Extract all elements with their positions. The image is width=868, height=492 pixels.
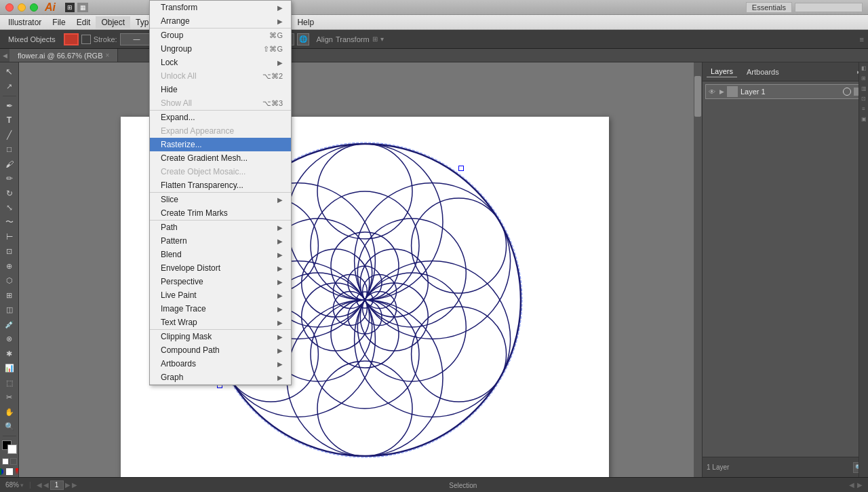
blend-tool[interactable]: ⊗ <box>2 333 17 346</box>
shape-builder-tool[interactable]: ⊕ <box>2 259 17 273</box>
layers-tab[interactable]: Layers <box>707 66 737 77</box>
strip-icon-5[interactable]: ≡ <box>862 106 865 112</box>
selection-handle-tc[interactable] <box>458 166 464 171</box>
stroke-color-swatch[interactable] <box>64 33 79 45</box>
type-tool[interactable]: T <box>2 113 17 127</box>
menu-rasterize[interactable]: Rasterize... <box>150 138 291 151</box>
menu-unlock-all[interactable]: Unlock All ⌥⌘2 <box>150 69 291 83</box>
pencil-tool[interactable]: ✏ <box>2 172 17 185</box>
hand-tool[interactable]: ✋ <box>2 405 17 419</box>
color-swatches[interactable] <box>2 440 17 454</box>
web-icon[interactable]: 🌐 <box>297 33 309 45</box>
line-tool[interactable]: ╱ <box>2 128 17 142</box>
layer-name[interactable]: Layer 1 <box>741 88 840 96</box>
menu-slice[interactable]: Slice ▶ <box>150 193 291 206</box>
layer-target-indicator[interactable] <box>843 88 851 96</box>
menu-transform[interactable]: Transform ▶ <box>150 1 291 14</box>
next-page2[interactable]: ▶ <box>72 481 77 489</box>
scale-tool[interactable]: ⤡ <box>2 201 17 214</box>
color-button[interactable] <box>0 468 4 476</box>
close-button[interactable] <box>5 3 14 12</box>
zoom-tool[interactable]: 🔍 <box>2 420 17 434</box>
essentials-dropdown[interactable]: Essentials <box>746 2 792 13</box>
menu-lock[interactable]: Lock ▶ <box>150 56 291 69</box>
next-arrow[interactable]: ▶ <box>857 481 863 489</box>
prev-page2[interactable]: ◀ <box>43 481 49 489</box>
menu-live-paint[interactable]: Live Paint ▶ <box>150 288 291 302</box>
fill-color-swatch[interactable] <box>81 35 91 44</box>
width-tool[interactable]: ⊢ <box>2 230 17 244</box>
zoom-control[interactable]: 68% ▾ <box>5 481 24 489</box>
strip-icon-2[interactable]: ⊞ <box>861 75 866 81</box>
perspective-tool[interactable]: ⬡ <box>2 274 17 288</box>
strip-icon-6[interactable]: ▣ <box>861 116 867 122</box>
menu-illustrator[interactable]: Illustrator <box>3 16 47 29</box>
tab-close-button[interactable]: × <box>106 52 110 59</box>
vertical-scrollbar[interactable] <box>694 62 702 492</box>
layer-expand-arrow[interactable]: ▶ <box>719 88 724 95</box>
menu-edit[interactable]: Edit <box>71 16 96 29</box>
artboard-tool[interactable]: ⬚ <box>2 376 17 390</box>
menu-arrange[interactable]: Arrange ▶ <box>150 14 291 28</box>
rect-tool[interactable]: □ <box>2 143 17 156</box>
document-tab[interactable]: flower.ai @ 66.67% (RGB × <box>9 49 118 62</box>
tab-arrow-left[interactable]: ◀ <box>0 49 9 62</box>
free-transform-tool[interactable]: ⊡ <box>2 245 17 259</box>
pen-tool[interactable]: ✒ <box>2 99 17 113</box>
eyedropper-tool[interactable]: 💉 <box>2 318 17 331</box>
rotate-tool[interactable]: ↻ <box>2 187 17 200</box>
stroke-indicator[interactable] <box>10 458 17 465</box>
layer-visibility-toggle[interactable]: 👁 <box>709 88 715 96</box>
menu-image-trace[interactable]: Image Trace ▶ <box>150 302 291 316</box>
menu-graph[interactable]: Graph ▶ <box>150 371 291 384</box>
paintbrush-tool[interactable]: 🖌 <box>2 157 17 171</box>
menu-compound-path[interactable]: Compound Path ▶ <box>150 343 291 357</box>
symbol-tool[interactable]: ✱ <box>2 347 17 360</box>
search-bar[interactable] <box>795 3 863 12</box>
warp-tool[interactable]: 〜 <box>2 216 17 229</box>
strip-icon-1[interactable]: ◧ <box>861 65 867 71</box>
menu-ungroup[interactable]: Ungroup ⇧⌘G <box>150 42 291 56</box>
menu-path[interactable]: Path ▶ <box>150 221 291 234</box>
menu-trim-marks[interactable]: Create Trim Marks <box>150 206 291 220</box>
page-input[interactable] <box>50 480 64 490</box>
fill-indicator[interactable] <box>2 458 9 465</box>
panel-toggle[interactable]: ≡ <box>860 35 864 43</box>
menu-text-wrap[interactable]: Text Wrap ▶ <box>150 316 291 329</box>
menu-blend[interactable]: Blend ▶ <box>150 248 291 261</box>
selection-tool[interactable]: ↖ <box>2 65 17 79</box>
menu-object-mosaic[interactable]: Create Object Mosaic... <box>150 165 291 178</box>
menu-artboards[interactable]: Artboards ▶ <box>150 357 291 371</box>
menu-object[interactable]: Object <box>96 16 130 29</box>
direct-selection-tool[interactable]: ↗ <box>2 80 17 94</box>
menu-flatten[interactable]: Flatten Transparency... <box>150 178 291 192</box>
gradient-tool[interactable]: ◫ <box>2 303 17 317</box>
menu-envelope-distort[interactable]: Envelope Distort ▶ <box>150 261 291 275</box>
transform-button[interactable]: Transform <box>336 35 370 43</box>
menu-show-all[interactable]: Show All ⌥⌘3 <box>150 96 291 110</box>
canvas[interactable] <box>19 62 702 492</box>
align-button[interactable]: Align <box>316 35 332 43</box>
mesh-tool[interactable]: ⊞ <box>2 288 17 302</box>
minimize-button[interactable] <box>18 3 26 12</box>
menu-file[interactable]: File <box>47 16 71 29</box>
menu-gradient-mesh[interactable]: Create Gradient Mesh... <box>150 151 291 165</box>
fullscreen-button[interactable] <box>30 3 38 12</box>
menu-perspective[interactable]: Perspective ▶ <box>150 275 291 288</box>
menu-clipping-mask[interactable]: Clipping Mask ▶ <box>150 330 291 343</box>
next-page[interactable]: ▶ <box>65 481 71 489</box>
menu-pattern[interactable]: Pattern ▶ <box>150 234 291 248</box>
menu-help[interactable]: Help <box>292 16 319 29</box>
slice-tool[interactable]: ✂ <box>2 391 17 404</box>
none-button[interactable] <box>5 468 14 476</box>
menu-expand[interactable]: Expand... <box>150 111 291 124</box>
column-graph-tool[interactable]: 📊 <box>2 362 17 375</box>
artboards-tab[interactable]: Artboards <box>743 67 783 77</box>
menu-expand-appearance[interactable]: Expand Appearance <box>150 124 291 138</box>
prev-page[interactable]: ◀ <box>37 481 42 489</box>
menu-group[interactable]: Group ⌘G <box>150 29 291 42</box>
scrollbar-thumb[interactable] <box>694 76 701 117</box>
strip-icon-3[interactable]: ▥ <box>861 86 867 92</box>
prev-arrow[interactable]: ◀ <box>849 481 854 489</box>
menu-hide[interactable]: Hide <box>150 83 291 96</box>
